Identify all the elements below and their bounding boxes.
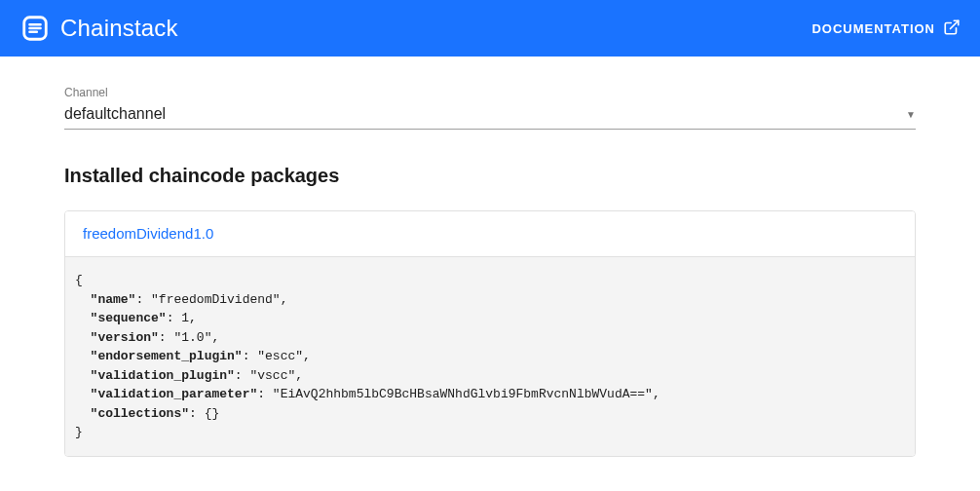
chaincode-package-card: freedomDividend1.0 { "name": "freedomDiv…	[64, 210, 916, 457]
package-header: freedomDividend1.0	[65, 211, 915, 257]
main-content: Channel defaultchannel ▼ Installed chain…	[0, 57, 980, 457]
channel-field: Channel defaultchannel ▼	[64, 86, 916, 130]
brand-name: Chainstack	[60, 15, 178, 42]
svg-line-1	[951, 20, 959, 28]
package-json-body: { "name": "freedomDividend", "sequence":…	[65, 257, 915, 456]
chevron-down-icon: ▼	[906, 109, 916, 120]
documentation-link[interactable]: DOCUMENTATION	[811, 19, 961, 39]
channel-selected-value: defaultchannel	[64, 105, 166, 123]
section-title: Installed chaincode packages	[64, 165, 916, 187]
external-link-icon	[943, 19, 961, 39]
brand-logo-icon	[19, 13, 51, 44]
documentation-label: DOCUMENTATION	[811, 21, 935, 36]
brand: Chainstack	[19, 13, 178, 44]
channel-select[interactable]: defaultchannel ▼	[64, 101, 916, 130]
channel-label: Channel	[64, 86, 916, 99]
app-header: Chainstack DOCUMENTATION	[0, 0, 980, 57]
package-title-link[interactable]: freedomDividend1.0	[83, 225, 213, 242]
